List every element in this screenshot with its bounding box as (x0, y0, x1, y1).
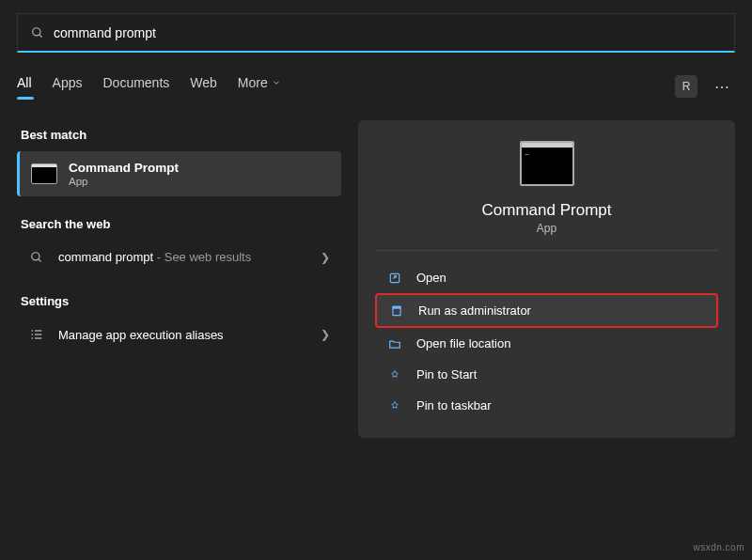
best-match-item[interactable]: Command Prompt App (17, 151, 341, 196)
folder-icon (386, 337, 403, 350)
command-prompt-icon (31, 163, 57, 184)
tab-more[interactable]: More (238, 75, 281, 98)
best-match-subtitle: App (69, 176, 179, 187)
watermark: wsxdn.com (693, 542, 744, 552)
settings-item-aliases[interactable]: Manage app execution aliases ❯ (17, 318, 341, 351)
search-web-heading: Search the web (21, 217, 341, 231)
action-label: Pin to Start (416, 367, 477, 381)
action-open-file-location[interactable]: Open file location (375, 328, 718, 359)
tab-more-label: More (238, 75, 268, 90)
action-pin-to-start[interactable]: Pin to Start (375, 359, 718, 390)
preview-title: Command Prompt (482, 201, 612, 220)
user-avatar[interactable]: R (675, 75, 697, 98)
action-run-as-administrator[interactable]: Run as administrator (375, 293, 718, 328)
chevron-right-icon: ❯ (321, 251, 330, 264)
shield-icon (388, 304, 405, 318)
action-label: Pin to taskbar (416, 398, 492, 412)
svg-line-1 (39, 34, 42, 37)
settings-heading: Settings (21, 294, 341, 308)
best-match-heading: Best match (21, 128, 341, 142)
chevron-right-icon: ❯ (321, 328, 330, 341)
search-icon (31, 26, 44, 39)
settings-item-label: Manage app execution aliases (58, 328, 321, 342)
search-bar[interactable] (17, 13, 735, 53)
pin-icon (386, 399, 403, 412)
open-icon (386, 272, 403, 285)
preview-panel: Command Prompt App Open Run as administr… (358, 120, 735, 438)
preview-subtitle: App (537, 222, 556, 235)
svg-point-0 (33, 27, 40, 35)
command-prompt-icon (520, 141, 574, 186)
tab-apps[interactable]: Apps (53, 75, 83, 98)
action-pin-to-taskbar[interactable]: Pin to taskbar (375, 390, 718, 421)
svg-line-3 (39, 258, 41, 261)
svg-point-2 (32, 252, 39, 259)
search-web-text: command prompt - See web results (58, 250, 321, 264)
tab-documents[interactable]: Documents (102, 75, 169, 98)
chevron-down-icon (272, 78, 281, 87)
action-label: Run as administrator (418, 303, 531, 318)
results-panel: Best match Command Prompt App Search the… (17, 120, 341, 438)
pin-icon (386, 368, 403, 381)
tabs-row: All Apps Documents Web More R ⋯ (17, 70, 735, 103)
settings-list-icon (28, 327, 45, 342)
search-input[interactable] (54, 25, 721, 40)
search-icon (28, 251, 45, 264)
tab-all[interactable]: All (17, 75, 32, 98)
tab-web[interactable]: Web (190, 75, 217, 98)
svg-rect-10 (390, 273, 399, 282)
action-label: Open (416, 271, 446, 285)
action-label: Open file location (416, 336, 510, 350)
search-web-item[interactable]: command prompt - See web results ❯ (17, 241, 341, 273)
action-open[interactable]: Open (375, 262, 718, 293)
more-options-button[interactable]: ⋯ (711, 78, 735, 96)
best-match-title: Command Prompt (69, 161, 179, 175)
svg-rect-13 (393, 306, 400, 308)
